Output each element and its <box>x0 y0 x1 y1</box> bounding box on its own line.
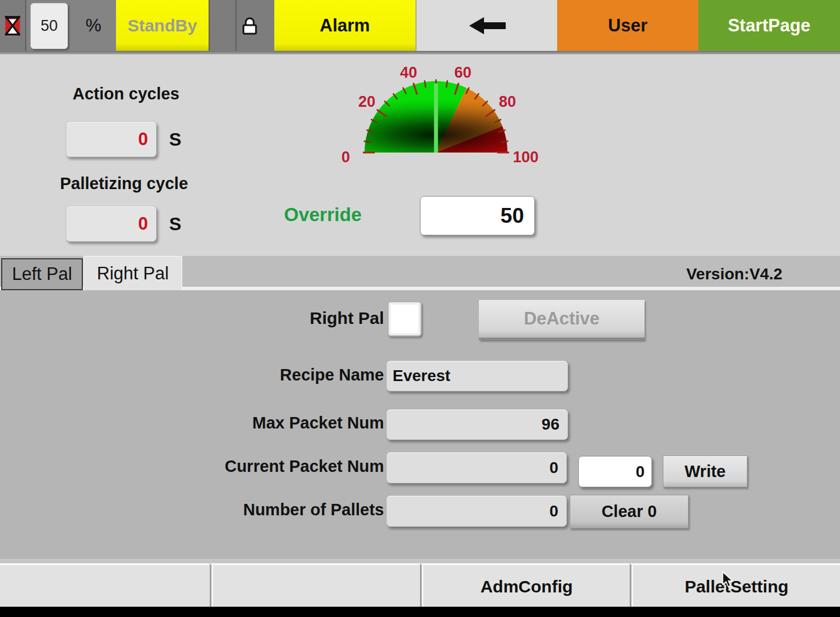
lock-icon <box>240 15 259 37</box>
write-input-value: 0 <box>635 463 651 481</box>
palletizing-cycle-unit: S <box>169 214 181 235</box>
write-input[interactable]: 0 <box>578 456 652 487</box>
right-pal-row-label: Right Pal <box>213 308 384 328</box>
user-label: User <box>608 15 647 36</box>
toolbar-spacer-2 <box>261 0 274 51</box>
hourglass-status-segment <box>0 0 26 51</box>
clear-button[interactable]: Clear 0 <box>570 495 689 528</box>
footer-blank-1 <box>0 563 210 608</box>
bottom-black-bar <box>0 607 840 617</box>
palletsetting-label: PalletSetting <box>685 577 789 596</box>
palletizing-cycle-value: 0 <box>138 214 156 234</box>
gauge-label-80: 80 <box>499 93 516 110</box>
recipe-name-value: Everest <box>387 367 450 385</box>
override-gauge: 0 20 40 60 80 100 <box>331 62 543 169</box>
lock-button[interactable] <box>235 0 263 51</box>
action-cycles-field: 0 <box>66 121 157 157</box>
write-button[interactable]: Write <box>663 455 747 487</box>
action-cycles-label: Action cycles <box>73 85 179 103</box>
action-cycles-value: 0 <box>138 129 156 150</box>
startpage-button[interactable]: StartPage <box>698 0 840 51</box>
recipe-name-field: Everest <box>386 360 568 391</box>
tab-left-pal[interactable]: Left Pal <box>1 258 83 290</box>
override-field[interactable]: 50 <box>420 196 535 235</box>
gauge-label-0: 0 <box>341 149 350 166</box>
write-label: Write <box>685 462 726 481</box>
tab-left-pal-label: Left Pal <box>12 264 72 285</box>
deactive-button[interactable]: DeActive <box>479 300 645 340</box>
pallets-label: Number of Pallets <box>213 500 384 519</box>
current-packet-label: Current Packet Num <box>213 457 384 476</box>
palletizing-cycle-field: 0 <box>66 206 157 242</box>
gauge-label-60: 60 <box>454 64 471 81</box>
max-packet-value: 96 <box>542 415 567 434</box>
clear-label: Clear 0 <box>602 502 657 521</box>
percent-label: % <box>71 0 116 51</box>
tab-right-pal-label: Right Pal <box>97 263 169 284</box>
override-label: Override <box>284 204 362 226</box>
current-packet-field: 0 <box>386 452 567 483</box>
current-packet-value: 0 <box>549 459 566 477</box>
footer-strip <box>0 559 840 563</box>
override-percent-value: 50 <box>41 17 58 35</box>
footer-blank-2 <box>210 563 422 608</box>
alarm-label: Alarm <box>320 15 370 36</box>
standby-button[interactable]: StandBy <box>116 0 209 51</box>
standby-label: StandBy <box>127 16 197 35</box>
mouse-cursor <box>721 571 735 588</box>
back-arrow-icon <box>469 17 506 34</box>
admconfig-button[interactable]: AdmConfig <box>420 563 631 608</box>
alarm-button[interactable]: Alarm <box>274 0 415 51</box>
override-percent-segment: 50 % <box>26 0 116 51</box>
right-pal-checkbox[interactable] <box>387 301 422 336</box>
version-label: Version:V4.2 <box>657 265 811 283</box>
recipe-name-label: Recipe Name <box>213 366 384 384</box>
max-packet-field: 96 <box>386 409 568 440</box>
override-value: 50 <box>501 204 534 228</box>
tab-right-pal[interactable]: Right Pal <box>83 256 182 290</box>
gauge-label-100: 100 <box>513 149 538 166</box>
admconfig-label: AdmConfig <box>481 577 573 596</box>
pallets-value: 0 <box>549 502 566 520</box>
hourglass-disabled-icon <box>5 15 21 37</box>
user-button[interactable]: User <box>557 0 698 51</box>
palletizing-cycle-label: Palletizing cycle <box>60 174 188 193</box>
startpage-label: StartPage <box>728 15 811 36</box>
override-gauge-svg: 0 20 40 60 80 100 <box>331 62 543 169</box>
back-button[interactable] <box>415 0 558 51</box>
gauge-label-20: 20 <box>358 93 375 110</box>
palletsetting-button[interactable]: PalletSetting <box>630 563 840 608</box>
hmi-screen: 50 % StandBy Alarm User StartP <box>0 0 840 617</box>
action-cycles-unit: S <box>169 129 181 150</box>
gauge-label-40: 40 <box>400 64 417 81</box>
max-packet-label: Max Packet Num <box>213 414 384 432</box>
toolbar-spacer-1 <box>209 0 237 51</box>
override-percent-input[interactable]: 50 <box>30 3 68 49</box>
pallets-field: 0 <box>386 495 567 527</box>
deactive-label: DeActive <box>524 308 600 329</box>
top-toolbar: 50 % StandBy Alarm User StartP <box>0 0 840 54</box>
